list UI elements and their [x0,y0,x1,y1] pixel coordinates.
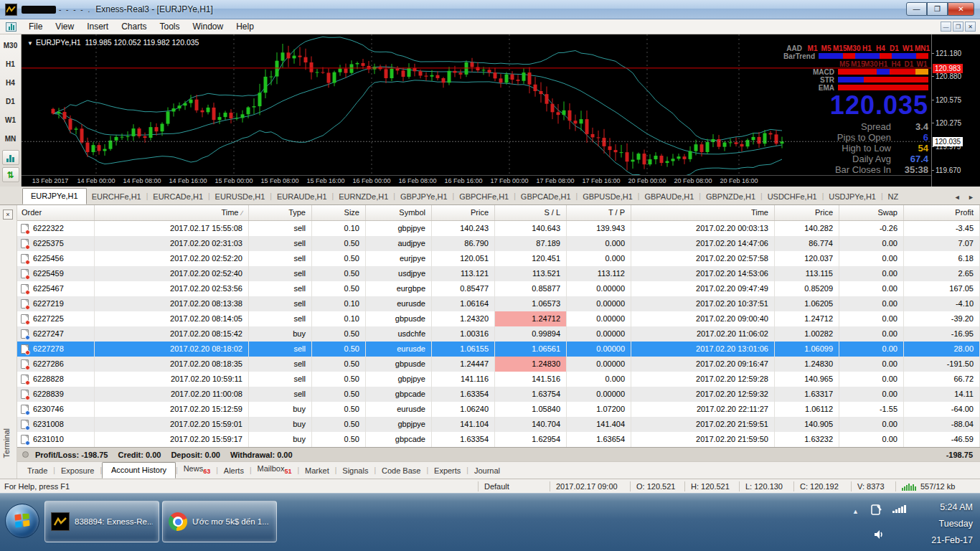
column-header-t-p[interactable]: T / P [567,205,631,220]
table-row[interactable]: 62272252017.02.20 08:14:05sell0.10gbpusd… [17,311,980,326]
table-row[interactable]: 62223222017.02.17 15:55:08sell0.10gbpjpy… [17,221,980,236]
volume-icon[interactable] [874,529,885,542]
table-row[interactable]: 62288282017.02.20 10:59:11sell0.50gbpjpy… [17,372,980,387]
menu-item-insert[interactable]: Insert [80,20,115,33]
symbol-dropdown-icon[interactable]: ▼ [27,40,33,47]
task-button-mt4[interactable]: 838894: Exness-Re... [44,501,159,542]
table-row[interactable]: 62272192017.02.20 08:13:38sell0.10eurusd… [17,296,980,311]
task-button-chrome[interactable]: Ước mơ 5k$ đến 1... [162,501,277,542]
table-row[interactable]: 62288392017.02.20 11:00:08sell0.50gbpcad… [17,387,980,402]
timeframe-button-w1[interactable]: W1 [1,111,21,129]
child-close-button[interactable]: ✕ [965,22,976,32]
indicator-segment [877,85,890,90]
terminal-tab-exposure[interactable]: Exposure [55,463,100,479]
chart-canvas[interactable]: ▼EURJPYe,H1 119.985 120.052 119.982 120.… [22,34,931,187]
terminal-tab-alerts[interactable]: Alerts [218,463,250,479]
symbol-tab-nz[interactable]: NZ [883,189,904,204]
menu-item-help[interactable]: Help [230,20,260,33]
symbol-tab-gbpjpye-h1[interactable]: GBPJPYe,H1 [395,189,453,204]
show-hidden-icons-icon[interactable]: ▲ [852,508,859,515]
menu-item-tools[interactable]: Tools [154,20,187,33]
start-button[interactable] [5,504,39,538]
terminal-tab-account-history[interactable]: Account History [102,462,176,479]
minimize-button[interactable]: — [906,2,927,16]
cell-open-price: 141.116 [432,372,495,387]
cell-open-price: 141.104 [432,417,495,432]
tray-device-icon[interactable] [871,504,882,518]
table-row[interactable]: 62254592017.02.20 02:52:40sell0.50usdjpy… [17,266,980,281]
terminal-tab-market[interactable]: Market [299,463,335,479]
column-header-price[interactable]: Price [432,205,495,220]
column-header-time[interactable]: Time∕ [95,205,249,220]
column-header-price[interactable]: Price [775,205,839,220]
tick-chart-icon[interactable] [2,150,19,165]
symbol-tab-gbpchfe-h1[interactable]: GBPCHFe,H1 [454,189,514,204]
close-button[interactable]: ✕ [948,2,974,16]
timeframe-button-mn[interactable]: MN [1,130,21,148]
menu-item-file[interactable]: File [22,20,49,33]
column-header-symbol[interactable]: Symbol [366,205,432,220]
maximize-button[interactable]: ❐ [927,2,948,16]
terminal-tab-experts[interactable]: Experts [428,463,466,479]
table-row[interactable]: 62272472017.02.20 08:15:42buy0.50usdchfe… [17,326,980,342]
table-row[interactable]: 62253752017.02.20 02:31:03sell0.50audjpy… [17,236,980,251]
child-minimize-button[interactable]: — [941,22,951,32]
cell-open-price: 140.243 [432,221,495,236]
symbol-tab-gbpusde-h1[interactable]: GBPUSDe,H1 [578,189,638,204]
table-row[interactable]: 62254562017.02.20 02:52:20sell0.50eurjpy… [17,251,980,266]
menu-item-window[interactable]: Window [187,20,230,33]
symbol-tab-eurnzde-h1[interactable]: EURNZDe,H1 [334,189,393,204]
table-row[interactable]: 62254672017.02.20 02:53:56sell0.50eurgbp… [17,281,980,296]
column-header-order[interactable]: Order [17,205,95,220]
profile-selector[interactable]: Default [478,481,550,491]
menu-item-view[interactable]: View [49,20,80,33]
terminal-tab-mailbox[interactable]: Mailbox51 [252,461,298,479]
symbol-tab-usdjpye-h1[interactable]: USDJPYe,H1 [824,189,881,204]
table-row[interactable]: 62272782017.02.20 08:18:02sell0.50eurusd… [17,342,980,357]
column-header-size[interactable]: Size [312,205,366,220]
order-icon-cell [17,372,32,387]
symbol-tab-eurusde-h1[interactable]: EURUSDe,H1 [210,189,270,204]
column-header-s-l[interactable]: S / L [495,205,567,220]
child-restore-button[interactable]: ❐ [953,22,963,32]
table-row[interactable]: 62272862017.02.20 08:18:35sell0.50gbpusd… [17,357,980,372]
terminal-tab-news[interactable]: News63 [178,461,217,479]
terminal-close-icon[interactable]: × [3,209,13,220]
terminal-tab-signals[interactable]: Signals [336,463,374,479]
symbol-tab-eurchfe-h1[interactable]: EURCHFe,H1 [87,189,146,204]
terminal-tab-trade[interactable]: Trade [22,463,53,479]
table-row[interactable]: 62310102017.02.20 15:59:17buy0.50gbpcade… [17,432,980,447]
timeframe-button-m30[interactable]: M30 [1,37,21,55]
table-row[interactable]: 62307462017.02.20 15:12:59buy0.50eurusde… [17,402,980,417]
cell-stop-loss: 113.521 [495,266,567,281]
symbol-tab-euraude-h1[interactable]: EURAUDe,H1 [272,189,332,204]
history-header-row: OrderTime∕TypeSizeSymbolPriceS / LT / PT… [17,205,980,221]
time-tick: 14 Feb 08:00 [123,177,161,184]
symbol-tab-eurcade-h1[interactable]: EURCADe,H1 [148,189,208,204]
sell-badge-icon [25,350,30,355]
terminal-tab-journal[interactable]: Journal [468,463,506,479]
timeframe-button-d1[interactable]: D1 [1,93,21,110]
symbol-tab-gbpaude-h1[interactable]: GBPAUDe,H1 [639,189,699,204]
timeframe-button-h1[interactable]: H1 [1,55,21,73]
taskbar-clock[interactable]: 5:24 AM Tuesday 21-Feb-17 [931,499,973,549]
symbol-tab-usdchfe-h1[interactable]: USDCHFe,H1 [763,189,822,204]
cell-symbol: gbpjpye [366,221,432,236]
symbol-tab-gbpnzde-h1[interactable]: GBPNZDe,H1 [701,189,760,204]
terminal-rail: × Terminal [0,205,17,479]
column-header-profit[interactable]: Profit [904,205,980,220]
column-header-type[interactable]: Type [249,205,312,220]
tab-scroll-arrows[interactable]: ◄ ► [954,194,977,201]
symbol-tab-eurjpye-h1[interactable]: EURJPYe,H1 [22,188,87,204]
auto-scroll-icon[interactable]: ⇅ [2,167,19,182]
cell-order: 6231008 [32,417,95,432]
symbol-tab-gbpcade-h1[interactable]: GBPCADe,H1 [516,189,576,204]
terminal-tab-code-base[interactable]: Code Base [376,463,426,479]
column-header-swap[interactable]: Swap [839,205,904,220]
mt4-task-icon [51,512,70,531]
timeframe-button-h4[interactable]: H4 [1,74,21,92]
network-signal-icon[interactable] [892,505,906,513]
menu-item-charts[interactable]: Charts [115,20,153,33]
table-row[interactable]: 62310082017.02.20 15:59:01buy0.50gbpjpye… [17,417,980,432]
column-header-time[interactable]: Time [631,205,775,220]
